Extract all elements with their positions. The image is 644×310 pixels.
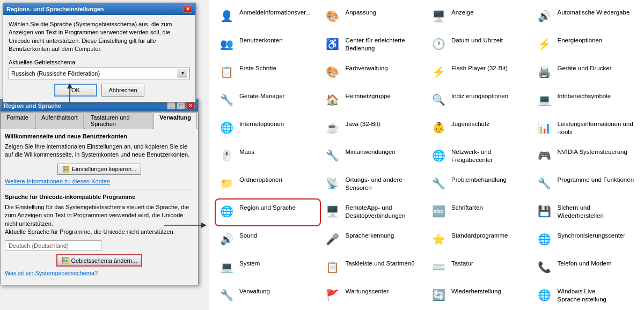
dialog1-close-button[interactable]: ✕ xyxy=(184,5,192,13)
cp-item-1[interactable]: 🎨Anpassung xyxy=(322,4,426,30)
cp-item-label-15: Infobereichsymbole xyxy=(558,91,611,100)
cp-item-label-42: Wiederherstellung xyxy=(451,286,501,296)
control-panel: 👤Anmeldeinformationsver...🎨Anpassung🖥️An… xyxy=(209,0,644,310)
cp-item-20[interactable]: 🖱️Maus xyxy=(216,144,320,169)
tab-verwaltung[interactable]: Verwaltung xyxy=(153,112,197,129)
cp-item-icon-18: 👶 xyxy=(430,119,447,136)
cp-item-label-39: Telefon und Modem xyxy=(558,259,612,268)
cp-item-14[interactable]: 🔍Indizierungsoptionen xyxy=(428,88,532,114)
cp-item-42[interactable]: 🔄Wiederherstellung xyxy=(428,283,532,309)
cp-item-icon-38: ⌨️ xyxy=(430,259,447,276)
cp-item-43[interactable]: 🌐Windows Live-Spracheinstellung xyxy=(534,283,638,309)
cp-item-37[interactable]: 📋Taskleiste und Startmenü xyxy=(322,255,426,281)
cp-item-icon-22: 🌐 xyxy=(430,147,447,164)
cp-item-6[interactable]: 🕐Datum und Uhrzeit xyxy=(428,32,532,58)
section2-title: Sprache für Unicode-inkompatible Program… xyxy=(5,194,194,200)
cp-item-36[interactable]: 💻System xyxy=(216,255,320,281)
cp-item-icon-5: ♿ xyxy=(324,35,341,53)
cp-item-icon-10: ⚡ xyxy=(430,63,447,80)
tab-formate[interactable]: Formate xyxy=(1,112,34,129)
cp-item-32[interactable]: 🔊Sound xyxy=(216,227,320,253)
cp-item-41[interactable]: 🚩Wartungscenter xyxy=(322,283,426,309)
dialog1-combo-value: Russisch (Russische Förderation) xyxy=(11,70,100,77)
cp-item-19[interactable]: 📊Leistungsinformationen und -tools xyxy=(534,116,638,142)
dialog2-close-button[interactable]: ✕ xyxy=(186,102,195,109)
cp-item-5[interactable]: ♿Center für erleichterte Bedienung xyxy=(322,32,426,58)
cp-item-24[interactable]: 📁Ordneroptionen xyxy=(216,172,320,197)
cp-item-38[interactable]: ⌨️Tastatur xyxy=(428,255,532,281)
cp-item-4[interactable]: 👥Benutzerkonten xyxy=(216,32,320,58)
cp-item-29[interactable]: 🖥️RemoteApp- und Desktopverbindungen xyxy=(322,200,426,225)
dialog1-buttons: OK Abbrechen xyxy=(9,84,190,97)
cp-item-8[interactable]: 📋Erste Schritte xyxy=(216,60,320,86)
cp-item-icon-36: 💻 xyxy=(218,259,235,276)
cp-item-label-4: Benutzerkonten xyxy=(239,35,283,45)
cp-item-icon-12: 🔧 xyxy=(218,91,235,108)
cp-item-12[interactable]: 🔧Geräte-Manager xyxy=(216,88,320,114)
cp-item-label-37: Taskleiste und Startmenü xyxy=(346,259,415,268)
cp-item-label-25: Ortungs- und andere Sensoren xyxy=(346,175,424,192)
cp-item-21[interactable]: 🔧Minianwendungen xyxy=(322,144,426,169)
cp-item-label-32: Sound xyxy=(239,231,257,240)
cp-item-label-11: Geräte und Drucker xyxy=(558,63,612,72)
cp-item-23[interactable]: 🎮NVIDIA Systemsteuerung xyxy=(534,144,638,169)
cp-item-30[interactable]: 🔤Schriftarten xyxy=(428,200,532,225)
dialog1-ok-button[interactable]: OK xyxy=(54,84,97,97)
cp-item-34[interactable]: ⭐Standardprogramme xyxy=(428,227,532,253)
cp-item-icon-6: 🕐 xyxy=(430,35,447,53)
dialog1-cancel-button[interactable]: Abbrechen xyxy=(101,84,144,97)
tab-aufenthaltsort[interactable]: Aufenthaltsort xyxy=(35,112,84,129)
cp-item-9[interactable]: 🎨Farbverwaltung xyxy=(322,60,426,86)
cp-item-18[interactable]: 👶Jugendschutz xyxy=(428,116,532,142)
info-link[interactable]: Weitere Informationen zu diesen Konten xyxy=(5,178,194,184)
cp-item-icon-20: 🖱️ xyxy=(218,147,235,164)
cp-item-27[interactable]: 🔧Programme und Funktionen xyxy=(534,172,638,197)
cp-item-7[interactable]: ⚡Energieoptionen xyxy=(534,32,638,58)
cp-item-icon-29: 🖥️ xyxy=(324,203,341,220)
geo-change-button[interactable]: 🖼️ Gebietsschema ändern... xyxy=(56,254,143,267)
dialog2-maximize-button[interactable]: □ xyxy=(177,102,185,109)
cp-item-label-27: Programme und Funktionen xyxy=(558,175,634,184)
cp-item-28[interactable]: 🌐Region und Sprache xyxy=(216,200,320,225)
cp-item-0[interactable]: 👤Anmeldeinformationsver... xyxy=(216,4,320,30)
cp-item-icon-13: 🏠 xyxy=(324,91,341,108)
cp-item-31[interactable]: 💾Sichern und Wiederherstellen xyxy=(534,200,638,225)
system-geo-link[interactable]: Was ist ein Systemgebietsschema? xyxy=(5,270,194,276)
tab-tastaturen[interactable]: Tastaturen und Sprachen xyxy=(85,112,152,129)
cp-item-13[interactable]: 🏠Heimnetzgruppe xyxy=(322,88,426,114)
cp-item-39[interactable]: 📞Telefon und Modem xyxy=(534,255,638,281)
dialog2-minimize-button[interactable]: _ xyxy=(167,102,175,109)
cp-item-icon-37: 📋 xyxy=(324,259,341,276)
dialog1-combo[interactable]: Russisch (Russische Förderation) ▼ xyxy=(9,68,190,79)
cp-item-3[interactable]: 🔊Automatische Wiedergabe xyxy=(534,4,638,30)
cp-item-icon-42: 🔄 xyxy=(430,286,447,304)
cp-item-label-21: Minianwendungen xyxy=(346,147,396,156)
cp-item-2[interactable]: 🖥️Anzeige xyxy=(428,4,532,30)
cp-item-16[interactable]: 🌐Internetoptionen xyxy=(216,116,320,142)
copy-settings-button[interactable]: 🖼️ Einstellungen kopieren... xyxy=(57,164,141,175)
dialog2-tab-bar: Formate Aufenthaltsort Tastaturen und Sp… xyxy=(1,112,198,129)
cp-item-label-3: Automatische Wiedergabe xyxy=(558,8,630,17)
cp-item-icon-32: 🔊 xyxy=(218,231,235,248)
cp-item-40[interactable]: 🔧Verwaltung xyxy=(216,283,320,309)
combo-dropdown-arrow[interactable]: ▼ xyxy=(178,69,187,78)
section-divider xyxy=(5,189,194,189)
cp-item-label-38: Tastatur xyxy=(451,259,473,268)
cp-item-33[interactable]: 🎤Spracherkennung xyxy=(322,227,426,253)
cp-item-label-30: Schriftarten xyxy=(451,203,483,212)
cp-item-icon-28: 🌐 xyxy=(218,203,235,220)
dialog1-info-text: Wählen Sie die Sprache (Systemgebietssch… xyxy=(9,20,190,54)
cp-item-26[interactable]: 🔧Problembehandlung xyxy=(428,172,532,197)
cp-item-25[interactable]: 📡Ortungs- und andere Sensoren xyxy=(322,172,426,197)
cp-item-label-33: Spracherkennung xyxy=(346,231,394,240)
cp-item-17[interactable]: ☕Java (32-Bit) xyxy=(322,116,426,142)
cp-item-11[interactable]: 🖨️Geräte und Drucker xyxy=(534,60,638,86)
cp-item-icon-31: 💾 xyxy=(536,203,553,220)
cp-item-22[interactable]: 🌐Netzwerk- und Freigabecenter xyxy=(428,144,532,169)
cp-item-icon-0: 👤 xyxy=(218,8,235,25)
cp-item-10[interactable]: ⚡Flash Player (32-Bit) xyxy=(428,60,532,86)
cp-item-15[interactable]: 💻Infobereichsymbole xyxy=(534,88,638,114)
cp-item-icon-8: 📋 xyxy=(218,63,235,80)
svg-marker-3 xyxy=(201,223,207,228)
cp-item-35[interactable]: 🌐Synchronisierungscenter xyxy=(534,227,638,253)
